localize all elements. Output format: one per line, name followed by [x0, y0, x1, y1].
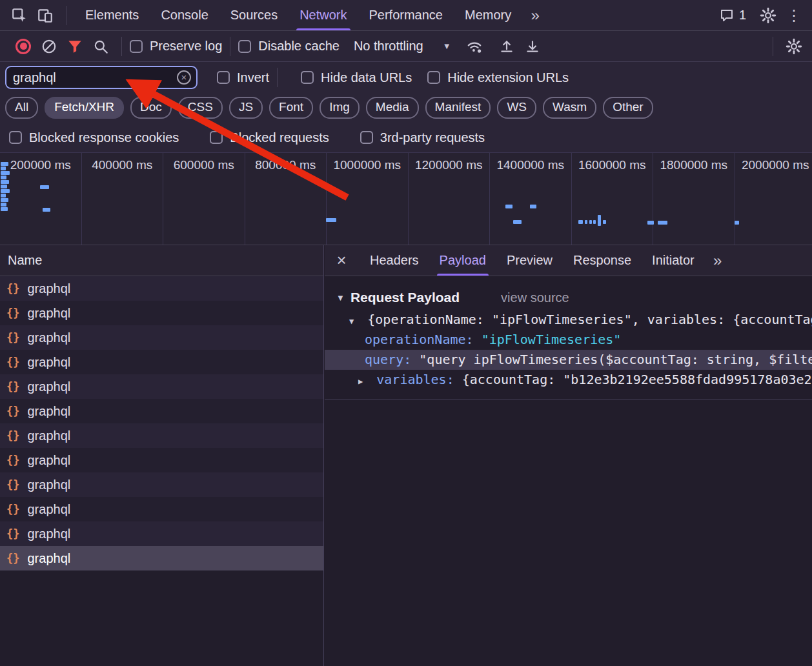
request-row[interactable]: {}graphql: [0, 399, 323, 423]
chip-all[interactable]: All: [5, 97, 38, 119]
request-row[interactable]: {}graphql: [0, 497, 323, 521]
request-name: graphql: [27, 502, 70, 517]
request-row[interactable]: {}graphql: [0, 350, 323, 374]
waterfall-bar: [585, 220, 587, 224]
request-row[interactable]: {}graphql: [0, 472, 323, 497]
preserve-log-checkbox[interactable]: Preserve log: [130, 39, 222, 54]
request-row[interactable]: {}graphql: [0, 374, 323, 399]
chip-fetch-xhr[interactable]: Fetch/XHR: [45, 97, 124, 119]
chip-other[interactable]: Other: [603, 97, 653, 119]
divider: [773, 37, 773, 56]
filter-toggle-button[interactable]: [62, 34, 88, 59]
tab-headers[interactable]: Headers: [360, 245, 429, 276]
payload-root-line[interactable]: ▼ {operationName: "ipFlowTimeseries", va…: [325, 310, 812, 330]
payload-query-row[interactable]: query: "query ipFlowTimeseries($accountT…: [325, 350, 812, 370]
chip-css[interactable]: CSS: [178, 97, 223, 119]
request-row[interactable]: {}graphql: [0, 448, 323, 472]
record-network-log-button[interactable]: [10, 34, 36, 59]
export-har-button[interactable]: [494, 34, 520, 59]
more-panels-button[interactable]: »: [522, 3, 548, 28]
payload-key: operationName:: [365, 332, 474, 347]
request-row[interactable]: {}graphql: [0, 276, 323, 301]
checkbox-icon: [238, 40, 251, 53]
kebab-menu-button[interactable]: ⋮: [781, 3, 807, 28]
hide-extension-urls-checkbox[interactable]: Hide extension URLs: [427, 70, 569, 85]
tab-sources[interactable]: Sources: [219, 0, 289, 30]
tab-console[interactable]: Console: [150, 0, 219, 30]
tab-elements[interactable]: Elements: [74, 0, 150, 30]
view-source-link[interactable]: view source: [501, 290, 569, 305]
blocked-requests-checkbox[interactable]: Blocked requests: [210, 130, 329, 145]
gear-icon: [760, 7, 776, 24]
tab-payload[interactable]: Payload: [429, 245, 496, 276]
payload-body: ▼ Request Payload view source ▼ {operati…: [325, 285, 812, 399]
divider: [230, 37, 230, 56]
chip-img[interactable]: Img: [320, 97, 360, 119]
import-har-button[interactable]: [520, 34, 545, 59]
network-overview-timeline[interactable]: 200000 ms 400000 ms 600000 ms 800000 ms …: [0, 152, 812, 245]
console-messages-indicator[interactable]: 1: [719, 8, 746, 23]
invert-label: Invert: [237, 70, 269, 85]
request-payload-section[interactable]: ▼ Request Payload view source: [325, 285, 812, 310]
network-conditions-button[interactable]: [462, 34, 487, 59]
settings-button[interactable]: [755, 3, 781, 28]
more-detail-tabs-button[interactable]: »: [705, 248, 731, 274]
request-row[interactable]: {}graphql: [0, 325, 323, 350]
tab-preview[interactable]: Preview: [496, 245, 563, 276]
search-network-button[interactable]: [88, 34, 114, 59]
clear-filter-icon[interactable]: ×: [177, 70, 191, 85]
requests-table-header[interactable]: Name: [0, 245, 323, 276]
close-details-button[interactable]: ×: [329, 248, 354, 274]
payload-operation-row[interactable]: operationName: "ipFlowTimeseries": [325, 330, 812, 350]
filter-input[interactable]: [13, 70, 177, 85]
chip-font[interactable]: Font: [269, 97, 313, 119]
blocked-response-cookies-checkbox[interactable]: Blocked response cookies: [9, 130, 179, 145]
device-toolbar-button[interactable]: [32, 3, 58, 28]
json-icon: {}: [6, 331, 19, 344]
chip-media[interactable]: Media: [366, 97, 419, 119]
panel-tabs: Elements Console Sources Network Perform…: [74, 0, 522, 30]
request-row[interactable]: {}graphql: [0, 301, 323, 325]
throttling-dropdown[interactable]: No throttling ▼: [354, 39, 451, 54]
clear-network-log-button[interactable]: [36, 34, 62, 59]
tab-network[interactable]: Network: [289, 0, 358, 30]
upload-icon: [498, 38, 515, 55]
divider: [66, 6, 66, 25]
chip-doc[interactable]: Doc: [130, 97, 172, 119]
chip-ws[interactable]: WS: [497, 97, 536, 119]
json-icon: {}: [6, 380, 19, 393]
third-party-requests-checkbox[interactable]: 3rd-party requests: [360, 130, 485, 145]
message-count: 1: [739, 8, 746, 23]
network-settings-button[interactable]: [781, 34, 807, 59]
blocked-response-cookies-label: Blocked response cookies: [29, 130, 179, 145]
invert-checkbox[interactable]: Invert: [217, 70, 269, 85]
tab-memory[interactable]: Memory: [454, 0, 522, 30]
request-row[interactable]: {}graphql: [0, 546, 323, 570]
request-name: graphql: [27, 429, 70, 443]
tab-response[interactable]: Response: [563, 245, 642, 276]
json-icon: {}: [6, 356, 19, 368]
payload-value: "query ipFlowTimeseries($accountTag: str…: [419, 352, 812, 367]
tab-performance[interactable]: Performance: [358, 0, 454, 30]
waterfall-bar: [1, 171, 10, 175]
checkbox-icon: [9, 131, 22, 144]
divider: [121, 37, 122, 56]
json-icon: {}: [6, 405, 19, 418]
request-name: graphql: [27, 478, 70, 492]
waterfall-bar: [647, 221, 654, 225]
payload-section-title: Request Payload: [350, 290, 460, 305]
chip-wasm[interactable]: Wasm: [543, 97, 596, 119]
inspect-element-button[interactable]: [6, 3, 32, 28]
waterfall-bar: [1, 194, 6, 197]
waterfall-bar: [598, 215, 601, 226]
tab-initiator[interactable]: Initiator: [642, 245, 705, 276]
hide-data-urls-checkbox[interactable]: Hide data URLs: [301, 70, 412, 85]
device-toolbar-icon: [37, 7, 54, 24]
request-row[interactable]: {}graphql: [0, 521, 323, 546]
chip-js[interactable]: JS: [229, 97, 263, 119]
disable-cache-checkbox[interactable]: Disable cache: [238, 39, 340, 54]
waterfall-bar: [43, 208, 50, 212]
request-row[interactable]: {}graphql: [0, 423, 323, 448]
chip-manifest[interactable]: Manifest: [425, 97, 491, 119]
payload-variables-row[interactable]: ▶ variables: {accountTag: "b12e3b2192ee5…: [325, 370, 812, 390]
